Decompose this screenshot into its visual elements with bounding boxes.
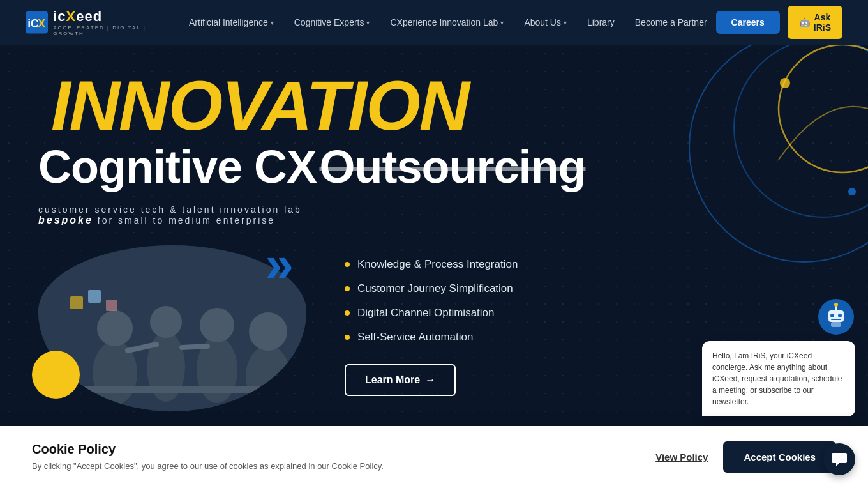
yellow-accent-dot (32, 351, 80, 399)
logo-text: icXeed ACCELERATED | DIGITAL | GROWTH (53, 8, 154, 36)
logo[interactable]: iC X icXeed ACCELERATED | DIGITAL | GROW… (26, 8, 154, 36)
svg-rect-31 (831, 322, 841, 327)
outsourcing-heading: Outsourcing (319, 141, 585, 192)
svg-point-26 (830, 314, 834, 317)
logo-subtitle: ACCELERATED | DIGITAL | GROWTH (53, 25, 154, 36)
svg-rect-28 (831, 319, 841, 320)
accept-cookies-button[interactable]: Accept Cookies (723, 441, 836, 473)
svg-point-16 (246, 346, 290, 407)
bullet-icon (345, 310, 350, 316)
svg-point-17 (249, 312, 287, 351)
photo-container: » (38, 245, 319, 411)
svg-text:iC: iC (27, 17, 39, 30)
iris-avatar-icon (817, 298, 855, 336)
nav-item-cognitive[interactable]: Cognitive Experts ▾ (285, 12, 379, 33)
chevron-down-icon: ▾ (271, 19, 274, 26)
svg-point-7 (848, 188, 856, 195)
nav-item-about[interactable]: About Us ▾ (515, 12, 576, 33)
bullet-icon (345, 335, 350, 340)
svg-line-19 (182, 346, 207, 347)
chat-widget: Hello, I am IRiS, your iCXeed concierge.… (702, 298, 855, 424)
view-policy-button[interactable]: View Policy (655, 452, 708, 462)
bullet-icon (345, 286, 350, 291)
svg-point-27 (838, 314, 842, 317)
chevron-down-icon: ▾ (500, 19, 504, 26)
svg-point-13 (150, 306, 182, 338)
nav-cta: Careers 🤖 Ask IRiS (716, 6, 842, 39)
chat-open-button[interactable] (823, 443, 855, 475)
navbar: iC X icXeed ACCELERATED | DIGITAL | GROW… (0, 0, 868, 45)
bullet-icon (345, 262, 350, 267)
svg-point-30 (834, 303, 838, 307)
svg-point-11 (97, 310, 133, 346)
svg-rect-21 (70, 296, 83, 309)
feature-item-2: Customer Journey Simplification (345, 282, 830, 295)
subtext-enterprise: for small to medium enterprise (98, 215, 275, 225)
svg-rect-23 (106, 300, 117, 311)
bespoke-text: BESPOKE (38, 215, 93, 225)
ask-iris-button[interactable]: 🤖 Ask IRiS (788, 6, 842, 39)
nav-item-library[interactable]: Library (578, 12, 624, 33)
chat-message-bubble: Hello, I am IRiS, your iCXeed concierge.… (702, 341, 855, 416)
svg-rect-20 (77, 386, 281, 393)
cognitive-cx-heading: Cognitive CX (38, 141, 317, 192)
nav-item-cxperience[interactable]: CXperience Innovation Lab ▾ (381, 12, 513, 33)
chat-icon (831, 451, 848, 468)
feature-item-1: Knowledge & Process Integration (345, 258, 830, 271)
quote-marks: » (266, 239, 294, 290)
cookie-banner: Cookie Policy By clicking "Accept Cookie… (0, 426, 868, 488)
svg-rect-22 (88, 290, 101, 303)
arrow-icon: → (425, 374, 435, 386)
logo-icon: iC X (26, 8, 48, 36)
logo-name: icXeed (53, 8, 154, 25)
cookie-description: By clicking "Accept Cookies", you agree … (32, 461, 640, 472)
innovation-heading: INNOVATION (51, 70, 830, 141)
subtext-row: customer service tech & talent innovatio… (38, 204, 830, 226)
nav-links: Artificial Intelligence ▾ Cognitive Expe… (180, 12, 716, 33)
learn-more-button[interactable]: Learn More → (345, 364, 456, 396)
headline-row: Cognitive CX Outsourcing (38, 141, 830, 193)
iris-icon: 🤖 (799, 17, 810, 27)
cookie-title: Cookie Policy (32, 442, 640, 457)
nav-item-partner[interactable]: Become a Partner (626, 12, 716, 33)
careers-button[interactable]: Careers (716, 11, 780, 34)
nav-item-ai[interactable]: Artificial Intelligence ▾ (180, 12, 283, 33)
chevron-down-icon: ▾ (366, 19, 370, 26)
chevron-down-icon: ▾ (564, 19, 567, 26)
chat-avatar-area (702, 298, 855, 336)
svg-point-15 (200, 308, 234, 342)
svg-text:X: X (38, 17, 45, 30)
cookie-content: Cookie Policy By clicking "Accept Cookie… (32, 442, 640, 472)
